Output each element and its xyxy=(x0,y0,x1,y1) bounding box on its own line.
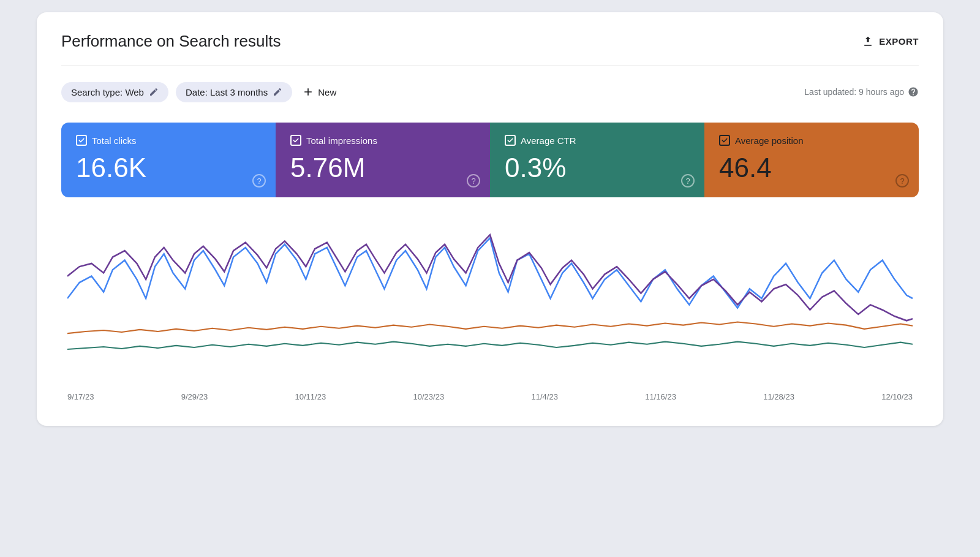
metrics-row: Total clicks 16.6K ? Total impressions 5… xyxy=(61,123,919,197)
impressions-help[interactable]: ? xyxy=(467,174,480,188)
x-label-2: 10/11/23 xyxy=(295,392,326,401)
export-button[interactable]: EXPORT xyxy=(862,36,919,48)
metric-clicks-label: Total clicks xyxy=(76,135,261,146)
last-updated-text: Last updated: 9 hours ago xyxy=(804,87,904,97)
main-card: Performance on Search results EXPORT Sea… xyxy=(37,12,943,426)
metric-impressions-label: Total impressions xyxy=(290,135,475,146)
chart-area xyxy=(61,197,919,387)
x-label-1: 9/29/23 xyxy=(181,392,208,401)
new-label: New xyxy=(318,87,336,97)
date-label: Date: Last 3 months xyxy=(186,87,268,97)
x-axis-labels: 9/17/23 9/29/23 10/11/23 10/23/23 11/4/2… xyxy=(61,387,919,401)
metric-ctr-label: Average CTR xyxy=(505,135,690,146)
position-value: 46.4 xyxy=(719,153,904,183)
position-label-text: Average position xyxy=(735,135,803,146)
x-label-7: 12/10/23 xyxy=(881,392,913,401)
header-divider xyxy=(61,66,919,66)
position-line xyxy=(67,322,913,334)
export-label: EXPORT xyxy=(879,36,919,47)
ctr-line xyxy=(67,342,913,349)
x-label-4: 11/4/23 xyxy=(532,392,558,401)
x-label-5: 11/16/23 xyxy=(645,392,676,401)
x-label-6: 11/28/23 xyxy=(763,392,794,401)
help-circle-icon[interactable] xyxy=(908,86,919,97)
search-type-label: Search type: Web xyxy=(71,87,144,97)
metric-position-label: Average position xyxy=(719,135,904,146)
metric-ctr[interactable]: Average CTR 0.3% ? xyxy=(490,123,704,197)
page-title: Performance on Search results xyxy=(61,32,281,51)
position-checkbox xyxy=(719,135,730,146)
last-updated: Last updated: 9 hours ago xyxy=(804,86,919,97)
performance-chart xyxy=(67,216,913,381)
ctr-checkbox xyxy=(505,135,516,146)
filters-row: Search type: Web Date: Last 3 months New… xyxy=(61,81,919,103)
clicks-value: 16.6K xyxy=(76,153,261,183)
metric-clicks[interactable]: Total clicks 16.6K ? xyxy=(61,123,276,197)
impressions-checkbox xyxy=(290,135,301,146)
ctr-help[interactable]: ? xyxy=(681,174,695,188)
ctr-value: 0.3% xyxy=(505,153,690,183)
impressions-label-text: Total impressions xyxy=(306,135,377,146)
export-icon xyxy=(862,36,874,48)
edit-icon xyxy=(149,87,159,97)
new-button[interactable]: New xyxy=(300,81,339,103)
x-label-3: 10/23/23 xyxy=(413,392,445,401)
impressions-line xyxy=(67,235,913,321)
clicks-label-text: Total clicks xyxy=(92,135,137,146)
x-label-0: 9/17/23 xyxy=(67,392,94,401)
search-type-filter[interactable]: Search type: Web xyxy=(61,82,168,102)
impressions-value: 5.76M xyxy=(290,153,475,183)
clicks-checkbox xyxy=(76,135,87,146)
page-header: Performance on Search results EXPORT xyxy=(61,32,919,51)
filters-left: Search type: Web Date: Last 3 months New xyxy=(61,81,339,103)
ctr-label-text: Average CTR xyxy=(521,135,576,146)
metric-position[interactable]: Average position 46.4 ? xyxy=(704,123,919,197)
date-filter[interactable]: Date: Last 3 months xyxy=(176,82,292,102)
clicks-help[interactable]: ? xyxy=(252,174,266,188)
add-icon xyxy=(302,86,314,98)
clicks-line xyxy=(67,238,913,308)
position-help[interactable]: ? xyxy=(895,174,909,188)
metric-impressions[interactable]: Total impressions 5.76M ? xyxy=(276,123,490,197)
edit-date-icon xyxy=(273,87,282,97)
